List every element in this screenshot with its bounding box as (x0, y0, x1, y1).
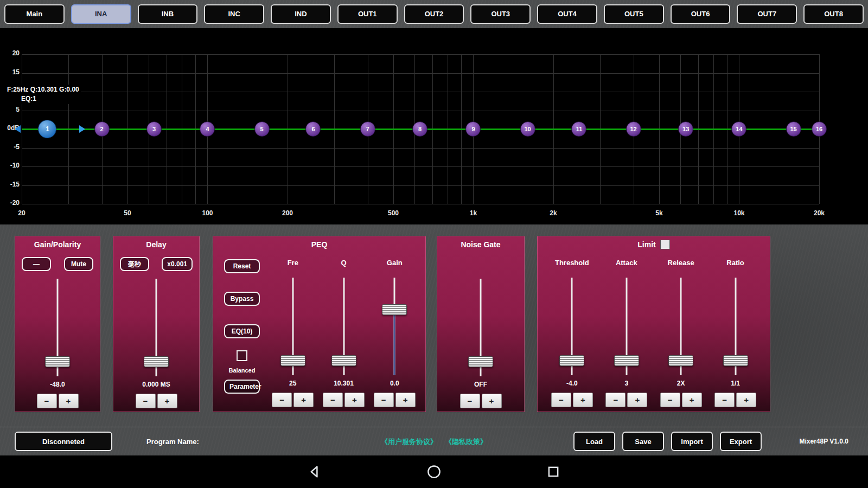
load-button[interactable]: Load (573, 432, 615, 451)
delay-step-button[interactable]: x0.001 (162, 257, 193, 271)
increment-button[interactable]: + (293, 393, 314, 407)
eq-plot-area[interactable]: 12345678910111213141516 (22, 54, 819, 204)
slider-grip[interactable] (144, 356, 169, 367)
slider-value: 3 (624, 377, 628, 389)
import-button[interactable]: Import (671, 432, 713, 451)
tab-out2[interactable]: OUT2 (404, 4, 464, 24)
nudge-left-icon[interactable] (15, 125, 21, 133)
mixer-app-screen: MainINAINBINCINDOUT1OUT2OUT3OUT4OUT5OUT6… (0, 0, 868, 488)
delay-unit-button[interactable]: 毫秒 (120, 257, 149, 271)
disconnect-status-button[interactable]: Disconneted (15, 432, 112, 451)
balanced-checkbox[interactable] (237, 350, 247, 361)
increment-button[interactable]: + (682, 393, 702, 407)
eq-point-12[interactable]: 12 (626, 121, 641, 137)
decrement-button[interactable]: − (714, 393, 735, 407)
y-axis-tick: -10 (1, 162, 20, 171)
tab-out4[interactable]: OUT4 (537, 4, 597, 24)
increment-button[interactable]: + (59, 394, 79, 408)
decrement-button[interactable]: − (460, 394, 480, 408)
slider-grip[interactable] (280, 355, 305, 366)
tab-out1[interactable]: OUT1 (337, 4, 398, 24)
decrement-button[interactable]: − (551, 393, 571, 407)
eq-point-15[interactable]: 15 (786, 121, 801, 137)
tab-inb[interactable]: INB (138, 4, 198, 24)
slider-grip[interactable] (382, 304, 407, 315)
slider-track[interactable] (41, 279, 74, 376)
increment-button[interactable]: + (157, 394, 177, 408)
reset-button[interactable]: Reset (224, 259, 260, 273)
panel-title: Limit (538, 236, 770, 253)
export-button[interactable]: Export (720, 432, 762, 451)
increment-button[interactable]: + (573, 393, 593, 407)
eq-point-8[interactable]: 8 (412, 121, 427, 137)
y-axis-tick: 20 (1, 49, 20, 59)
peq-frequency-slider: Fre25−+ (269, 253, 317, 407)
decrement-button[interactable]: − (272, 393, 292, 407)
slider-grip[interactable] (614, 355, 639, 366)
nudge-right-icon[interactable] (79, 125, 85, 133)
increment-button[interactable]: + (736, 393, 756, 407)
tab-out3[interactable]: OUT3 (470, 4, 531, 24)
decrement-button[interactable]: − (136, 394, 156, 408)
parameter-button[interactable]: Parameter (224, 380, 260, 394)
decrement-button[interactable]: − (323, 393, 343, 407)
slider-track[interactable] (719, 278, 752, 375)
increment-button[interactable]: + (395, 393, 416, 407)
eq-point-14[interactable]: 14 (731, 121, 746, 137)
slider-grip[interactable] (45, 356, 70, 367)
increment-button[interactable]: + (344, 393, 365, 407)
eq-point-9[interactable]: 9 (465, 121, 481, 137)
decrement-button[interactable]: − (605, 393, 626, 407)
tab-ina[interactable]: INA (71, 4, 131, 24)
eq-point-16[interactable]: 16 (812, 121, 827, 137)
back-icon[interactable] (307, 464, 323, 480)
increment-button[interactable]: + (482, 394, 502, 408)
tab-out7[interactable]: OUT7 (737, 4, 797, 24)
slider-track[interactable] (556, 278, 588, 375)
increment-button[interactable]: + (627, 393, 647, 407)
mute-button[interactable]: Mute (64, 257, 93, 271)
save-button[interactable]: Save (622, 432, 664, 451)
limit-checkbox[interactable] (660, 240, 670, 249)
slider-track[interactable] (140, 279, 173, 376)
eq-point-11[interactable]: 11 (571, 121, 586, 137)
tab-main[interactable]: Main (4, 4, 65, 24)
slider-grip[interactable] (723, 355, 748, 366)
eq-point-5[interactable]: 5 (254, 121, 270, 137)
slider-track[interactable] (464, 279, 497, 376)
home-icon[interactable] (426, 464, 442, 480)
link-privacy-policy[interactable]: 《隐私政策》 (445, 437, 487, 447)
eq-point-10[interactable]: 10 (520, 121, 535, 137)
slider-track[interactable] (277, 278, 309, 375)
decrement-button[interactable]: − (374, 393, 394, 407)
slider-track[interactable] (610, 278, 643, 375)
x-axis-tick: 2k (541, 209, 565, 217)
eq-point-13[interactable]: 13 (678, 121, 693, 137)
link-user-agreement[interactable]: 《用户服务协议》 (381, 437, 437, 447)
decrement-button[interactable]: − (660, 393, 680, 407)
tab-out6[interactable]: OUT6 (671, 4, 731, 24)
tab-ind[interactable]: IND (271, 4, 331, 24)
decrement-button[interactable]: − (37, 394, 57, 408)
eq-point-4[interactable]: 4 (200, 121, 215, 137)
tab-out8[interactable]: OUT8 (803, 4, 864, 24)
slider-track[interactable] (378, 278, 411, 375)
slider-grip[interactable] (331, 355, 356, 366)
tab-inc[interactable]: INC (204, 4, 264, 24)
slider-grip[interactable] (559, 355, 584, 366)
x-axis-tick: 100 (195, 209, 219, 217)
eq-point-1[interactable]: 1 (38, 120, 56, 138)
slider-track[interactable] (328, 278, 360, 375)
recents-icon[interactable] (545, 464, 561, 480)
slider-track[interactable] (665, 278, 697, 375)
eq-point-3[interactable]: 3 (146, 121, 162, 137)
eq-point-7[interactable]: 7 (360, 121, 375, 137)
eq-point-6[interactable]: 6 (305, 121, 321, 137)
slider-grip[interactable] (668, 355, 693, 366)
bypass-button[interactable]: Bypass (224, 292, 260, 306)
tab-out5[interactable]: OUT5 (604, 4, 664, 24)
slider-grip[interactable] (468, 356, 493, 367)
eq-point-2[interactable]: 2 (94, 121, 110, 137)
polarity-button[interactable]: — (22, 257, 51, 271)
eq-type-button[interactable]: EQ(10) (224, 324, 260, 338)
